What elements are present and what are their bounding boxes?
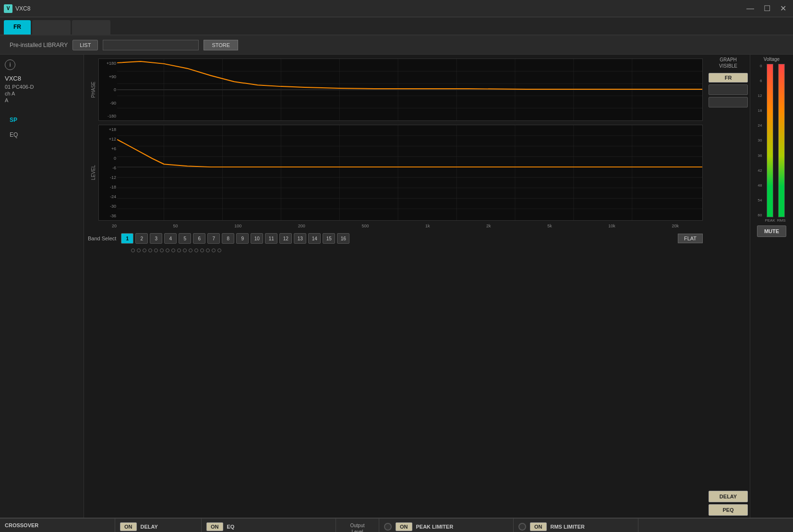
graph-row: PHASE +180 +90 0 -90 -180 (84, 55, 793, 518)
band-btn-3[interactable]: 3 (150, 233, 162, 244)
graph-area-wrapper: PHASE +180 +90 0 -90 -180 (84, 55, 793, 518)
output-level-label: OutputLevel (350, 522, 364, 532)
band-btn-6[interactable]: 6 (193, 233, 205, 244)
flat-button[interactable]: FLAT (678, 234, 703, 243)
band-dot-11 (189, 248, 192, 252)
peak-indicator-led[interactable] (384, 523, 392, 531)
fr-visible-btn[interactable]: FR (709, 73, 748, 83)
eq-label: EQ (227, 524, 235, 530)
crossover-label: CROSSOVER (5, 522, 38, 528)
band-dot-15 (212, 248, 216, 252)
band-select-label: Band Select (88, 236, 116, 241)
band-dot-8 (171, 248, 175, 252)
titlebar: V VXC8 — ☐ ✕ (0, 0, 793, 17)
rms-indicator-led[interactable] (518, 523, 526, 531)
band-dot-6 (160, 248, 164, 252)
mute-button[interactable]: MUTE (757, 225, 786, 237)
phase-label: PHASE (91, 82, 96, 98)
list-button[interactable]: LIST (72, 40, 98, 50)
rms-header: ON RMS LIMITER (518, 522, 633, 531)
visible-btn-2[interactable] (709, 84, 748, 95)
info-icon[interactable]: i (5, 59, 15, 70)
band-btn-14[interactable]: 14 (308, 233, 321, 244)
band-btn-11[interactable]: 11 (265, 233, 277, 244)
band-btn-5[interactable]: 5 (179, 233, 191, 244)
rms-bar (778, 64, 785, 217)
peak-bar-section: PEAK (765, 64, 775, 223)
band-btn-2[interactable]: 2 (135, 233, 148, 244)
band-dot-1 (131, 248, 135, 252)
band-dot-9 (177, 248, 181, 252)
delay-section: ON DELAY 0.00 [ms] 0.00 meter ▼ (115, 519, 202, 532)
delay-label: DELAY (141, 524, 158, 530)
peak-on-button[interactable]: ON (396, 522, 412, 531)
delay-on-button[interactable]: ON (120, 522, 137, 531)
phase-y-labels: +180 +90 0 -90 -180 (99, 59, 117, 120)
rms-limiter-section: ON RMS LIMITER Threshold 5000W 200.0V At… (514, 519, 638, 532)
band-btn-10[interactable]: 10 (251, 233, 263, 244)
visible-btn-3[interactable] (709, 97, 748, 107)
band-btn-12[interactable]: 12 (279, 233, 292, 244)
band-btn-9[interactable]: 9 (236, 233, 249, 244)
band-btn-13[interactable]: 13 (294, 233, 306, 244)
maximize-button[interactable]: ☐ (761, 4, 773, 13)
channel-letter: A (5, 97, 79, 103)
peak-bar (767, 64, 773, 217)
window-controls: — ☐ ✕ (744, 0, 789, 17)
phase-graph: +180 +90 0 -90 -180 (98, 59, 703, 121)
tab-fr[interactable]: FR (4, 20, 31, 35)
sidebar-tab-sp[interactable]: SP (5, 114, 79, 126)
graph-visible-title: GRAPHVISIBLE (709, 57, 748, 69)
rms-on-button[interactable]: ON (530, 522, 547, 531)
voltage-title: Voltage (764, 57, 780, 62)
graph-controls: GRAPHVISIBLE FR DELAY PEQ (707, 55, 750, 518)
delay-header: ON DELAY (120, 522, 196, 531)
phase-svg (117, 59, 702, 120)
tab-2[interactable] (32, 20, 71, 35)
band-dots (88, 248, 703, 253)
phase-label-wrap: PHASE (88, 59, 98, 121)
eq-header: ON EQ (206, 522, 331, 531)
sidebar-tab-eq[interactable]: EQ (5, 129, 79, 141)
library-bar: Pre-installed LIBRARY LIST STORE (0, 35, 793, 55)
crossover-section: CROSSOVER POLARITY NORMAL HPF 48dB/OctBu… (0, 519, 115, 532)
level-graph: +18 +12 +6 0 -6 -12 -18 -24 -30 -36 (98, 125, 703, 221)
band-btn-1[interactable]: 1 (121, 233, 133, 244)
channel-id: 01 PC406-D (5, 84, 79, 90)
level-svg (117, 125, 702, 220)
band-btn-15[interactable]: 15 (323, 233, 335, 244)
store-button[interactable]: STORE (204, 40, 238, 50)
library-input[interactable] (103, 40, 199, 50)
peak-label: PEAK LIMITER (416, 524, 454, 530)
delay-visible-btn[interactable]: DELAY (709, 491, 748, 502)
band-btn-4[interactable]: 4 (164, 233, 177, 244)
peak-label: PEAK (765, 218, 775, 223)
band-dot-13 (200, 248, 204, 252)
close-button[interactable]: ✕ (777, 4, 789, 13)
band-dot-10 (183, 248, 187, 252)
band-btn-16[interactable]: 16 (337, 233, 349, 244)
tab-3[interactable] (72, 20, 110, 35)
band-btn-8[interactable]: 8 (222, 233, 234, 244)
peak-header: ON PEAK LIMITER (384, 522, 508, 531)
band-dot-14 (206, 248, 210, 252)
library-label: Pre-installed LIBRARY (10, 42, 68, 48)
voltage-meter: Voltage 0 6 12 18 24 30 36 42 48 54 6 (750, 55, 793, 518)
minimize-button[interactable]: — (744, 4, 757, 13)
level-section: LEVEL +18 +12 +6 0 -6 -12 -18 -24 -30 (88, 125, 703, 221)
band-dot-3 (143, 248, 146, 252)
eq-section: ON EQ BYPASS ◄ Band1 ► Type PEQ ▼ Freq.[… (202, 519, 336, 532)
eq-on-button[interactable]: ON (206, 522, 223, 531)
band-dot-16 (217, 248, 221, 252)
band-dot-7 (166, 248, 169, 252)
peq-visible-btn[interactable]: PEQ (709, 504, 748, 516)
phase-section: PHASE +180 +90 0 -90 -180 (88, 59, 703, 121)
band-btn-7[interactable]: 7 (207, 233, 220, 244)
level-label-wrap: LEVEL (88, 125, 98, 221)
device-name: VXC8 (5, 75, 79, 82)
app-title: VXC8 (15, 5, 30, 12)
main-content: i VXC8 01 PC406-D ch A A SP EQ PHASE (0, 55, 793, 518)
channel-label: ch A (5, 91, 79, 96)
band-dot-12 (194, 248, 198, 252)
sidebar: i VXC8 01 PC406-D ch A A SP EQ (0, 55, 84, 518)
